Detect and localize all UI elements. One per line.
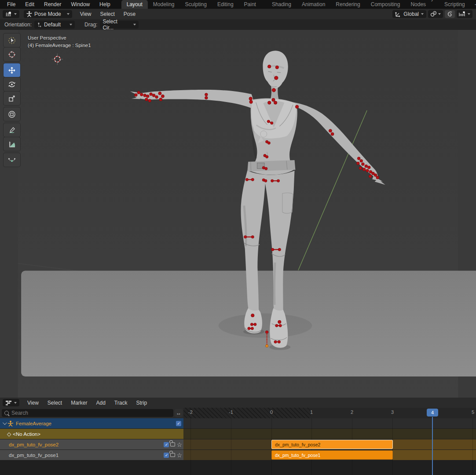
- snapping-dropdown[interactable]: [457, 10, 472, 18]
- tab-animation[interactable]: Animation: [297, 0, 330, 9]
- strip-hold-region: [393, 439, 476, 449]
- unlock-icon[interactable]: [170, 442, 175, 446]
- tab-shading[interactable]: Shading: [267, 0, 297, 9]
- viewport-overlay-text: User Perspective (4) FemaleAverage : Spi…: [28, 34, 91, 49]
- ruler-tick: 5: [472, 409, 474, 415]
- gizmo-axis-icon: [37, 22, 42, 28]
- nla-strip-pose1[interactable]: dx_pm_tuto_fv_pose1: [271, 450, 393, 460]
- nla-header: View Select Marker Add Track Strip: [0, 398, 476, 408]
- orientation-select-value: Default: [44, 22, 61, 28]
- tool-rotate[interactable]: [4, 77, 20, 91]
- viewport-menu-view[interactable]: View: [76, 11, 96, 17]
- nla-menu-add[interactable]: Add: [92, 400, 110, 406]
- track-enable-checkbox[interactable]: ✓: [164, 442, 169, 447]
- tab-scripting[interactable]: Scripting: [439, 0, 470, 9]
- drag-select[interactable]: Select Cir...: [100, 21, 139, 29]
- active-object-label: (4) FemaleAverage : Spine1: [28, 42, 91, 49]
- orientation-axes-icon: [395, 11, 401, 17]
- solo-star-icon[interactable]: ☆: [176, 442, 182, 448]
- tool-cursor[interactable]: [4, 48, 20, 61]
- viewport-3d[interactable]: User Perspective (4) FemaleAverage : Spi…: [0, 30, 476, 398]
- nla-strip-pose2[interactable]: dx_pm_tuto_fv_pose2: [271, 440, 393, 449]
- add-workspace-button[interactable]: +: [470, 0, 476, 9]
- current-frame-badge[interactable]: 4: [427, 409, 438, 417]
- menu-edit[interactable]: Edit: [20, 0, 39, 9]
- tab-uv-editing[interactable]: UV Editing: [212, 0, 239, 9]
- nla-menu-marker[interactable]: Marker: [66, 400, 92, 406]
- viewport-menu-select[interactable]: Select: [96, 11, 119, 17]
- tab-compositing[interactable]: Compositing: [366, 0, 406, 9]
- tool-move[interactable]: [4, 63, 20, 77]
- armature-icon: [7, 420, 14, 427]
- figure-shadow: [219, 314, 312, 338]
- tool-select-tweak[interactable]: [4, 33, 20, 47]
- track-row-pose1[interactable]: dx_pm_tuto_fv_pose1 ✓ ☆: [0, 450, 183, 460]
- viewport-header: Pose Mode View Select Pose Global: [0, 9, 476, 20]
- tool-scale[interactable]: [4, 91, 20, 105]
- track-name: dx_pm_tuto_fv_pose2: [9, 442, 59, 447]
- chevron-down-icon: [14, 13, 17, 15]
- track-row-femaleaverage[interactable]: FemaleAverage ✓: [0, 418, 183, 428]
- strip-label: dx_pm_tuto_fv_pose1: [275, 453, 320, 458]
- pivot-point-dropdown[interactable]: [428, 10, 443, 18]
- nla-menu-select[interactable]: Select: [43, 400, 66, 406]
- frame-gridline: [231, 418, 231, 475]
- editor-type-button[interactable]: [3, 10, 19, 18]
- action-icon: ◇: [7, 431, 11, 437]
- tab-rendering[interactable]: Rendering: [330, 0, 365, 9]
- track-row-pose2[interactable]: dx_pm_tuto_fv_pose2 ✓ ☆: [0, 439, 183, 449]
- track-enable-checkbox[interactable]: ✓: [164, 453, 169, 458]
- ruler-tick: 1: [310, 409, 313, 415]
- nla-editor-type-button[interactable]: [3, 399, 19, 406]
- unlock-icon[interactable]: [170, 453, 175, 457]
- tab-geometry-nodes[interactable]: Geometry Nodes: [405, 0, 439, 9]
- nla-menu-track[interactable]: Track: [110, 400, 132, 406]
- tool-pose-breakdowner[interactable]: [4, 153, 20, 167]
- strip-label: dx_pm_tuto_fv_pose2: [275, 442, 320, 447]
- scene-canvas[interactable]: [0, 30, 476, 398]
- ruler-tick: -2: [188, 409, 193, 415]
- nla-menu-view[interactable]: View: [23, 400, 43, 406]
- frame-gridline: [190, 418, 191, 475]
- menu-render[interactable]: Render: [39, 0, 66, 9]
- proportional-editing-button[interactable]: [445, 10, 455, 18]
- nla-filter-row: Search ↔: [0, 408, 183, 418]
- mode-selector[interactable]: Pose Mode: [24, 10, 72, 18]
- transform-orientation-dropdown[interactable]: Global: [392, 10, 426, 18]
- filter-toggle-button[interactable]: ↔: [175, 409, 183, 417]
- solo-star-icon[interactable]: ☆: [176, 452, 182, 458]
- drag-select-value: Select Cir...: [103, 18, 129, 31]
- tool-transform[interactable]: [4, 107, 20, 121]
- chevron-down-icon: [438, 13, 441, 15]
- blender-window: File Edit Render Window Help Layout Mode…: [0, 0, 476, 475]
- proportional-editing-icon: [447, 11, 453, 18]
- ruler-tick: -1: [229, 409, 233, 415]
- menu-window[interactable]: Window: [66, 0, 95, 9]
- track-enable-checkbox[interactable]: ✓: [176, 421, 181, 426]
- ruler-tick: 0: [270, 409, 273, 415]
- tool-annotate[interactable]: [4, 123, 20, 137]
- expand-chevron-icon[interactable]: [3, 420, 7, 425]
- tool-measure[interactable]: [4, 137, 20, 151]
- menu-file[interactable]: File: [2, 0, 20, 9]
- playhead-line[interactable]: [432, 417, 433, 475]
- orientation-label: Orientation:: [4, 22, 32, 28]
- chevron-down-icon: [70, 24, 72, 26]
- nla-menu-strip[interactable]: Strip: [132, 400, 151, 406]
- tab-sculpting[interactable]: Sculpting: [180, 0, 212, 9]
- track-row-no-action[interactable]: ◇ <No Action>: [0, 429, 183, 439]
- viewport-editor-icon: [5, 11, 12, 17]
- tab-texture-paint[interactable]: Texture Paint: [239, 0, 267, 9]
- tab-modeling[interactable]: Modeling: [148, 0, 180, 9]
- pivot-point-icon: [430, 11, 437, 17]
- workspace-tabs: Layout Modeling Sculpting UV Editing Tex…: [121, 0, 476, 9]
- orientation-select[interactable]: Default: [34, 21, 75, 29]
- search-input[interactable]: Search: [2, 409, 173, 417]
- tab-layout[interactable]: Layout: [121, 0, 148, 9]
- frame-gridline: [472, 418, 473, 475]
- track-name: FemaleAverage: [16, 421, 51, 426]
- menu-help[interactable]: Help: [95, 0, 115, 9]
- chevron-down-icon: [421, 13, 424, 15]
- viewport-menu-pose[interactable]: Pose: [119, 11, 140, 17]
- orientation-value: Global: [403, 11, 419, 17]
